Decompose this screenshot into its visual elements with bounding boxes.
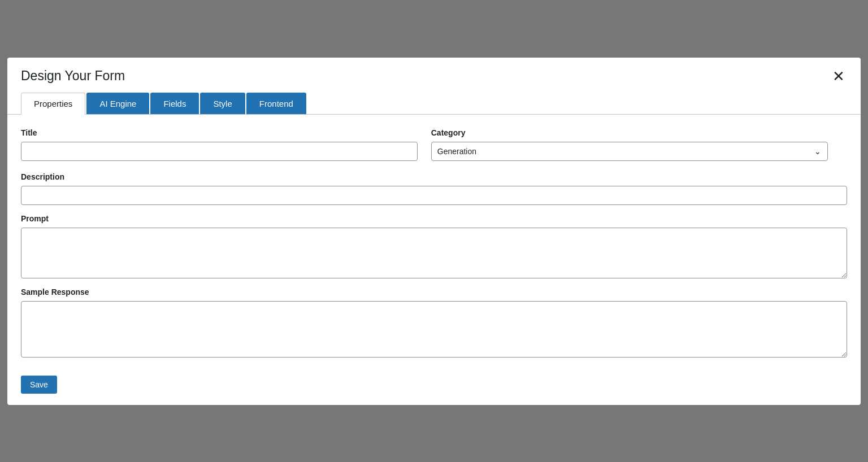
title-label: Title: [21, 128, 418, 137]
modal-footer: Save: [7, 367, 861, 405]
save-button[interactable]: Save: [21, 376, 57, 394]
close-button[interactable]: ✕: [830, 67, 847, 86]
tab-ai-engine[interactable]: AI Engine: [86, 93, 149, 114]
prompt-group: Prompt: [21, 214, 847, 278]
title-category-row: Title Category Generation Other ⌄: [21, 128, 847, 161]
description-group: Description: [21, 172, 847, 205]
tab-frontend[interactable]: Frontend: [246, 93, 306, 114]
tabs-container: Properties AI Engine Fields Style Fronte…: [7, 93, 861, 115]
sample-response-group: Sample Response: [21, 287, 847, 358]
prompt-label: Prompt: [21, 214, 847, 223]
description-label: Description: [21, 172, 847, 181]
modal-dialog: Design Your Form ✕ Properties AI Engine …: [7, 58, 861, 405]
tab-properties[interactable]: Properties: [21, 93, 85, 115]
description-input[interactable]: [21, 186, 847, 205]
title-group: Title: [21, 128, 418, 161]
title-input[interactable]: [21, 142, 418, 161]
sample-response-textarea[interactable]: [21, 301, 847, 358]
category-select[interactable]: Generation Other: [431, 142, 828, 161]
close-icon: ✕: [832, 69, 845, 84]
modal-header: Design Your Form ✕: [7, 58, 861, 93]
modal-title: Design Your Form: [21, 68, 125, 84]
sample-response-label: Sample Response: [21, 287, 847, 297]
category-select-wrapper: Generation Other ⌄: [431, 142, 828, 161]
prompt-textarea[interactable]: [21, 228, 847, 278]
category-label: Category: [431, 128, 828, 137]
modal-body: Title Category Generation Other ⌄: [7, 115, 861, 367]
category-group: Category Generation Other ⌄: [431, 128, 828, 161]
modal-overlay: Design Your Form ✕ Properties AI Engine …: [0, 0, 868, 462]
tab-style[interactable]: Style: [200, 93, 245, 114]
tab-fields[interactable]: Fields: [150, 93, 199, 114]
